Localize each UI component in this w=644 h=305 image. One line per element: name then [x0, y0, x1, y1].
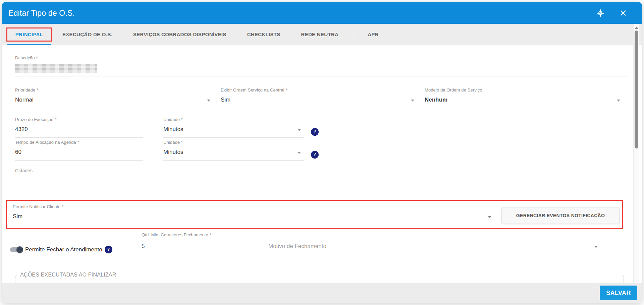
dialog-footer: SALVAR	[2, 283, 642, 303]
tempo-unidade-underline	[163, 160, 304, 161]
tab-bar: PRINCIPAL EXECUÇÃO DE O.S. SERVIÇOS COBR…	[2, 24, 642, 45]
form-content: Descrição * Prioridade * Normal Exibir O…	[2, 45, 633, 283]
tempo-unidade-select[interactable]: Minutos	[163, 149, 183, 156]
gerenciar-eventos-button[interactable]: GERENCIAR EVENTOS NOTIFICAÇÃO	[501, 207, 620, 224]
motivo-fechamento-underline	[268, 255, 604, 255]
exibir-central-underline	[221, 108, 417, 108]
scrollbar-thumb[interactable]	[635, 30, 638, 148]
tab-principal[interactable]: PRINCIPAL	[6, 27, 52, 42]
prioridade-caret-icon[interactable]	[207, 100, 210, 102]
prioridade-label: Prioridade *	[15, 87, 38, 93]
prazo-execucao-underline	[15, 137, 143, 138]
exibir-central-select[interactable]: Sim	[221, 97, 230, 103]
motivo-fechamento-caret-icon[interactable]	[594, 246, 598, 248]
header-actions	[596, 9, 636, 17]
qtd-min-caracteres-input[interactable]: 5	[142, 243, 145, 250]
tab-servicos-cobrados[interactable]: SERVIÇOS COBRADOS DISPONÍVEIS	[123, 24, 237, 45]
cidades-underline	[15, 196, 629, 196]
descricao-value-redacted[interactable]	[15, 64, 97, 73]
exibir-central-label: Exibir Ordem Serviço na Central *	[221, 87, 287, 93]
tempo-unidade-label: Unidade *	[163, 140, 183, 145]
permite-notificar-label: Permite Notificar Cliente *	[13, 204, 64, 209]
active-tab-underline	[7, 44, 51, 45]
tab-divider	[353, 30, 353, 39]
permite-fechar-label: Permite Fechar o Atendimento	[25, 246, 102, 253]
tab-rede-neutra[interactable]: REDE NEUTRA	[291, 24, 349, 45]
save-button[interactable]: SALVAR	[600, 286, 637, 300]
qtd-min-caracteres-underline	[142, 254, 239, 254]
acoes-finalizar-group: AÇÕES EXECUTADAS AO FINALIZAR	[15, 272, 624, 283]
permite-notificar-underline	[13, 224, 495, 224]
acoes-finalizar-legend: AÇÕES EXECUTADAS AO FINALIZAR	[17, 272, 119, 278]
modelo-os-underline	[425, 108, 623, 108]
permite-notificar-select[interactable]: Sim	[13, 213, 22, 220]
tab-apr[interactable]: APR	[357, 24, 389, 45]
qtd-min-caracteres-label: Qtd. Min. Caracteres Fechamento *	[142, 232, 211, 237]
descricao-label: Descrição *	[15, 55, 38, 60]
prazo-unidade-select[interactable]: Minutos	[163, 126, 183, 133]
dialog-header: Editar Tipo de O.S.	[2, 2, 642, 24]
tab-execucao-os[interactable]: EXECUÇÃO DE O.S.	[52, 24, 123, 45]
prazo-execucao-label: Prazo de Execução *	[15, 117, 56, 122]
motivo-fechamento-select[interactable]: Motivo de Fechamento	[268, 243, 326, 250]
prazo-unidade-label: Unidade *	[163, 117, 183, 122]
tempo-alocacao-label: Tempo de Alocação na Agenda *	[15, 140, 79, 145]
tempo-unidade-help-icon[interactable]: ?	[311, 151, 319, 159]
tempo-unidade-caret-icon[interactable]	[298, 152, 301, 154]
cidades-input[interactable]	[15, 173, 629, 195]
tab-checklists[interactable]: CHECKLISTS	[237, 24, 291, 45]
modelo-os-label: Modelo da Ordem de Serviço	[425, 87, 482, 93]
prioridade-underline	[15, 108, 214, 108]
prazo-unidade-caret-icon[interactable]	[298, 129, 301, 131]
prazo-unidade-help-icon[interactable]: ?	[311, 128, 319, 136]
permite-notificar-caret-icon[interactable]	[488, 216, 491, 218]
edit-os-type-dialog: Editar Tipo de O.S. PRINCIP	[2, 2, 642, 303]
tempo-alocacao-input[interactable]: 60	[15, 149, 21, 156]
prazo-unidade-underline	[163, 137, 304, 138]
exibir-central-caret-icon[interactable]	[411, 100, 414, 102]
close-icon[interactable]	[619, 9, 628, 17]
compress-icon[interactable]	[596, 9, 605, 17]
scrollbar[interactable]	[633, 24, 639, 283]
prioridade-select[interactable]: Normal	[15, 97, 34, 103]
tempo-alocacao-underline	[15, 160, 143, 161]
modelo-os-caret-icon[interactable]	[617, 100, 620, 102]
scrollbar-up-icon[interactable]	[635, 26, 638, 29]
descricao-underline	[15, 76, 629, 76]
permite-fechar-help-icon[interactable]: ?	[105, 246, 112, 253]
prazo-execucao-input[interactable]: 4320	[15, 126, 28, 133]
modelo-os-select[interactable]: Nenhum	[425, 97, 447, 103]
permite-fechar-toggle[interactable]	[10, 247, 22, 252]
dialog-title: Editar Tipo de O.S.	[8, 9, 75, 18]
